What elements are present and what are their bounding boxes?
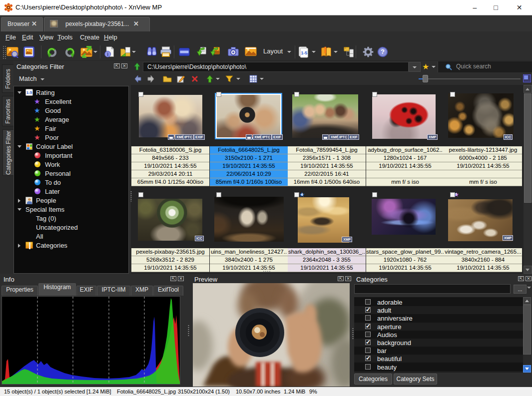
svg-text:1-5: 1-5 — [301, 50, 308, 55]
svg-text:?: ? — [381, 48, 385, 55]
svg-text:i: i — [107, 51, 108, 57]
